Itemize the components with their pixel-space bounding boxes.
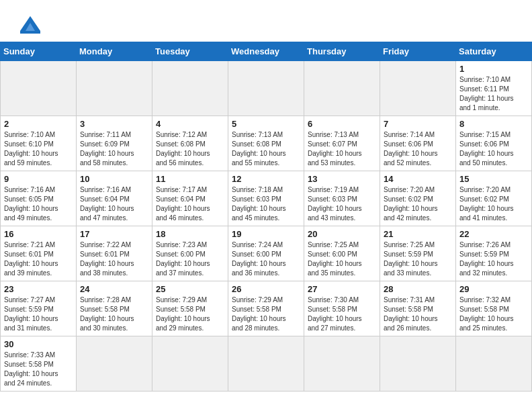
calendar-cell: 21Sunrise: 7:25 AM Sunset: 5:59 PM Dayli… xyxy=(380,226,456,281)
day-number: 29 xyxy=(459,284,528,294)
calendar-header-row: SundayMondayTuesdayWednesdayThursdayFrid… xyxy=(1,42,532,61)
day-detail: Sunrise: 7:17 AM Sunset: 6:04 PM Dayligh… xyxy=(156,185,224,223)
calendar-cell: 26Sunrise: 7:29 AM Sunset: 5:58 PM Dayli… xyxy=(228,281,304,336)
day-number: 10 xyxy=(80,174,148,184)
day-detail: Sunrise: 7:32 AM Sunset: 5:58 PM Dayligh… xyxy=(459,295,528,333)
calendar-cell: 10Sunrise: 7:16 AM Sunset: 6:04 PM Dayli… xyxy=(77,171,152,226)
day-number: 20 xyxy=(308,229,376,239)
day-number: 21 xyxy=(384,229,452,239)
calendar-cell: 13Sunrise: 7:19 AM Sunset: 6:03 PM Dayli… xyxy=(304,171,380,226)
header xyxy=(0,0,532,42)
calendar-week-row: 16Sunrise: 7:21 AM Sunset: 6:01 PM Dayli… xyxy=(1,226,532,281)
day-number: 3 xyxy=(80,119,148,129)
day-number: 16 xyxy=(4,229,73,239)
calendar-cell: 5Sunrise: 7:13 AM Sunset: 6:08 PM Daylig… xyxy=(228,116,304,171)
calendar-cell: 7Sunrise: 7:14 AM Sunset: 6:06 PM Daylig… xyxy=(380,116,456,171)
calendar-header-sunday: Sunday xyxy=(1,42,77,61)
calendar-cell xyxy=(456,336,532,392)
calendar-cell: 1Sunrise: 7:10 AM Sunset: 6:11 PM Daylig… xyxy=(456,61,532,116)
day-number: 22 xyxy=(459,229,528,239)
day-number: 18 xyxy=(156,229,224,239)
calendar-cell: 12Sunrise: 7:18 AM Sunset: 6:03 PM Dayli… xyxy=(228,171,304,226)
day-number: 19 xyxy=(232,229,300,239)
calendar-cell: 27Sunrise: 7:30 AM Sunset: 5:58 PM Dayli… xyxy=(304,281,380,336)
calendar-header-friday: Friday xyxy=(380,42,456,61)
calendar-cell: 16Sunrise: 7:21 AM Sunset: 6:01 PM Dayli… xyxy=(1,226,77,281)
calendar-cell xyxy=(380,336,456,392)
day-detail: Sunrise: 7:19 AM Sunset: 6:03 PM Dayligh… xyxy=(308,185,376,223)
day-detail: Sunrise: 7:15 AM Sunset: 6:06 PM Dayligh… xyxy=(459,130,528,168)
calendar-cell xyxy=(1,61,77,116)
calendar-cell xyxy=(228,336,304,392)
calendar-week-row: 1Sunrise: 7:10 AM Sunset: 6:11 PM Daylig… xyxy=(1,61,532,116)
calendar-cell xyxy=(77,336,152,392)
calendar-week-row: 23Sunrise: 7:27 AM Sunset: 5:59 PM Dayli… xyxy=(1,281,532,336)
calendar-cell: 24Sunrise: 7:28 AM Sunset: 5:58 PM Dayli… xyxy=(77,281,152,336)
day-number: 5 xyxy=(232,119,300,129)
calendar-week-row: 2Sunrise: 7:10 AM Sunset: 6:10 PM Daylig… xyxy=(1,116,532,171)
day-detail: Sunrise: 7:16 AM Sunset: 6:05 PM Dayligh… xyxy=(4,185,73,223)
calendar-cell: 9Sunrise: 7:16 AM Sunset: 6:05 PM Daylig… xyxy=(1,171,77,226)
day-number: 9 xyxy=(4,174,73,184)
calendar-cell: 6Sunrise: 7:13 AM Sunset: 6:07 PM Daylig… xyxy=(304,116,380,171)
day-number: 14 xyxy=(384,174,452,184)
calendar-cell xyxy=(77,61,152,116)
calendar-cell: 20Sunrise: 7:25 AM Sunset: 6:00 PM Dayli… xyxy=(304,226,380,281)
calendar-cell: 23Sunrise: 7:27 AM Sunset: 5:59 PM Dayli… xyxy=(1,281,77,336)
logo-container xyxy=(13,11,50,36)
day-detail: Sunrise: 7:18 AM Sunset: 6:03 PM Dayligh… xyxy=(232,185,300,223)
calendar-cell: 18Sunrise: 7:23 AM Sunset: 6:00 PM Dayli… xyxy=(152,226,228,281)
day-number: 23 xyxy=(4,284,73,294)
day-number: 2 xyxy=(4,119,73,129)
day-detail: Sunrise: 7:28 AM Sunset: 5:58 PM Dayligh… xyxy=(80,295,148,333)
calendar-cell: 29Sunrise: 7:32 AM Sunset: 5:58 PM Dayli… xyxy=(456,281,532,336)
day-number: 15 xyxy=(459,174,528,184)
calendar-cell: 15Sunrise: 7:20 AM Sunset: 6:02 PM Dayli… xyxy=(456,171,532,226)
day-detail: Sunrise: 7:29 AM Sunset: 5:58 PM Dayligh… xyxy=(156,295,224,333)
calendar-cell: 2Sunrise: 7:10 AM Sunset: 6:10 PM Daylig… xyxy=(1,116,77,171)
day-number: 4 xyxy=(156,119,224,129)
day-detail: Sunrise: 7:10 AM Sunset: 6:10 PM Dayligh… xyxy=(4,130,73,168)
day-detail: Sunrise: 7:25 AM Sunset: 6:00 PM Dayligh… xyxy=(308,240,376,278)
day-detail: Sunrise: 7:24 AM Sunset: 6:00 PM Dayligh… xyxy=(232,240,300,278)
day-detail: Sunrise: 7:10 AM Sunset: 6:11 PM Dayligh… xyxy=(459,75,528,113)
calendar-cell: 22Sunrise: 7:26 AM Sunset: 5:59 PM Dayli… xyxy=(456,226,532,281)
day-detail: Sunrise: 7:14 AM Sunset: 6:06 PM Dayligh… xyxy=(384,130,452,168)
day-detail: Sunrise: 7:23 AM Sunset: 6:00 PM Dayligh… xyxy=(156,240,224,278)
day-number: 6 xyxy=(308,119,376,129)
day-detail: Sunrise: 7:21 AM Sunset: 6:01 PM Dayligh… xyxy=(4,240,73,278)
day-detail: Sunrise: 7:12 AM Sunset: 6:08 PM Dayligh… xyxy=(156,130,224,168)
calendar-cell xyxy=(228,61,304,116)
day-detail: Sunrise: 7:31 AM Sunset: 5:58 PM Dayligh… xyxy=(384,295,452,333)
day-detail: Sunrise: 7:16 AM Sunset: 6:04 PM Dayligh… xyxy=(80,185,148,223)
day-detail: Sunrise: 7:29 AM Sunset: 5:58 PM Dayligh… xyxy=(232,295,300,333)
calendar-cell: 3Sunrise: 7:11 AM Sunset: 6:09 PM Daylig… xyxy=(77,116,152,171)
day-number: 28 xyxy=(384,284,452,294)
day-detail: Sunrise: 7:33 AM Sunset: 5:58 PM Dayligh… xyxy=(4,351,73,388)
calendar-header-tuesday: Tuesday xyxy=(152,42,228,61)
day-detail: Sunrise: 7:22 AM Sunset: 6:01 PM Dayligh… xyxy=(80,240,148,278)
calendar-cell xyxy=(380,61,456,116)
calendar-header-wednesday: Wednesday xyxy=(228,42,304,61)
day-detail: Sunrise: 7:25 AM Sunset: 5:59 PM Dayligh… xyxy=(384,240,452,278)
day-detail: Sunrise: 7:26 AM Sunset: 5:59 PM Dayligh… xyxy=(459,240,528,278)
calendar-cell xyxy=(152,336,228,392)
day-number: 27 xyxy=(308,284,376,294)
calendar-cell: 8Sunrise: 7:15 AM Sunset: 6:06 PM Daylig… xyxy=(456,116,532,171)
calendar-cell: 25Sunrise: 7:29 AM Sunset: 5:58 PM Dayli… xyxy=(152,281,228,336)
day-number: 11 xyxy=(156,174,224,184)
calendar-cell: 14Sunrise: 7:20 AM Sunset: 6:02 PM Dayli… xyxy=(380,171,456,226)
day-detail: Sunrise: 7:30 AM Sunset: 5:58 PM Dayligh… xyxy=(308,295,376,333)
general-blue-logo-icon xyxy=(13,11,47,36)
day-number: 1 xyxy=(459,64,528,74)
calendar-cell xyxy=(304,61,380,116)
calendar-header-saturday: Saturday xyxy=(456,42,532,61)
day-detail: Sunrise: 7:13 AM Sunset: 6:08 PM Dayligh… xyxy=(232,130,300,168)
day-number: 7 xyxy=(384,119,452,129)
day-number: 25 xyxy=(156,284,224,294)
day-number: 17 xyxy=(80,229,148,239)
calendar-week-row: 30Sunrise: 7:33 AM Sunset: 5:58 PM Dayli… xyxy=(1,336,532,392)
calendar-week-row: 9Sunrise: 7:16 AM Sunset: 6:05 PM Daylig… xyxy=(1,171,532,226)
day-detail: Sunrise: 7:13 AM Sunset: 6:07 PM Dayligh… xyxy=(308,130,376,168)
day-detail: Sunrise: 7:11 AM Sunset: 6:09 PM Dayligh… xyxy=(80,130,148,168)
